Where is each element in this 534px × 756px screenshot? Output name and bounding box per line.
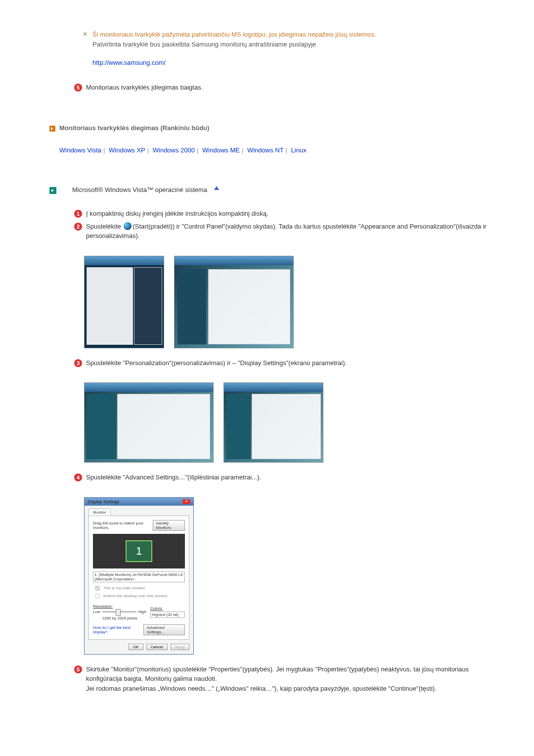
apply-button: Apply: [171, 644, 189, 650]
monitor-arrangement-area[interactable]: 1: [93, 534, 185, 568]
step2-text: Spustelėkite (Start(pradėti)) ir "Contro…: [86, 222, 494, 241]
os-links-row: Windows Vista| Windows XP| Windows 2000|…: [49, 146, 494, 154]
main-monitor-checkbox: [95, 586, 100, 591]
res-high-label: High: [138, 610, 146, 614]
res-low-label: Low: [93, 610, 100, 614]
os-link-vista[interactable]: Windows Vista: [59, 146, 101, 154]
vista-step-5: 5 Skirtuke "Monitor"(monitorius) spustel…: [49, 664, 494, 694]
os-link-linux[interactable]: Linux: [291, 146, 307, 154]
resolution-label: Resolution:: [93, 604, 146, 609]
os-link-me[interactable]: Windows ME: [202, 146, 240, 154]
personalization-screenshot-2: [223, 382, 323, 463]
note-mark-icon: ✕: [82, 30, 89, 38]
step-number-icon: 3: [74, 359, 82, 367]
start-menu-screenshot: [84, 256, 164, 348]
dialog-title: Display Settings: [88, 499, 120, 504]
warning-line1: Ši monitoriaus tvarkyklė pažymėta patvir…: [92, 30, 376, 40]
driver-warning-block: ✕ Ši monitoriaus tvarkyklė pažymėta patv…: [49, 30, 494, 68]
vista-step-3: 3 Spustelėkite "Personalization"(persona…: [49, 358, 494, 368]
start-orb-icon: [124, 222, 132, 230]
step-number-icon: 4: [74, 473, 82, 481]
step-number-icon: 5: [74, 84, 82, 92]
warning-line2: Patvirtinta tvarkyklė bus paskelbta Sams…: [92, 40, 376, 49]
close-icon[interactable]: ✕: [182, 499, 190, 504]
control-panel-screenshot: [174, 256, 294, 348]
colors-label: Colors:: [150, 606, 185, 611]
advanced-settings-button[interactable]: Advanced Settings...: [143, 624, 185, 635]
drag-text: Drag the icons to match your monitors.: [93, 521, 153, 530]
step1-text: Į kompaktinių diskų įrenginį įdėkite ins…: [86, 209, 494, 219]
step3-text: Spustelėkite "Personalization"(personali…: [86, 358, 494, 368]
resolution-slider[interactable]: [102, 611, 136, 613]
subsection-bullet-icon: [49, 187, 56, 194]
best-display-link[interactable]: How do I get the best display?: [93, 625, 143, 634]
step4-text: Spustelėkite "Advanced Settings…"(išplės…: [86, 472, 494, 482]
warning-text-container: Ši monitoriaus tvarkyklė pažymėta patvir…: [92, 30, 376, 68]
monitor-tab[interactable]: Monitor: [89, 509, 111, 516]
document-page: ✕ Ši monitoriaus tvarkyklė pažymėta patv…: [0, 0, 534, 738]
cancel-button[interactable]: Cancel: [146, 644, 168, 650]
step-number-icon: 2: [74, 223, 82, 231]
section-bullet-icon: [49, 126, 55, 132]
step-number-icon: 5: [74, 665, 82, 673]
resolution-value: 1280 by 1024 pixels: [93, 616, 146, 620]
vista-step-4: 4 Spustelėkite "Advanced Settings…"(išpl…: [49, 472, 494, 482]
os-link-xp[interactable]: Windows XP: [109, 146, 145, 154]
monitor-select[interactable]: 1. (Multiple Monitors) on NVIDIA GeForce…: [93, 571, 185, 582]
step5-top-text: Monitoriaus tvarkyklės įdiegimas baigtas…: [86, 83, 494, 93]
screenshot-row-2: [84, 382, 494, 463]
os-link-nt[interactable]: Windows NT: [247, 146, 284, 154]
manual-install-heading: Monitoriaus tvarkyklės diegimas (Rankini…: [59, 124, 209, 132]
vista-heading: Microsoft® Windows Vista™ operacinė sist…: [72, 186, 207, 193]
top-step5: 5 Monitoriaus tvarkyklės įdiegimas baigt…: [49, 83, 494, 93]
step-number-icon: 1: [74, 210, 82, 218]
screenshot-row-1: [84, 256, 494, 348]
identify-monitors-button[interactable]: Identify Monitors: [153, 520, 185, 531]
vista-section-heading-row: Microsoft® Windows Vista™ operacinė sist…: [49, 186, 494, 194]
monitor-1-icon[interactable]: 1: [126, 540, 152, 562]
colors-select[interactable]: Highest (32 bit): [150, 612, 185, 618]
step5-text: Skirtuke "Monitor"(monitorius) spustelėk…: [86, 664, 494, 694]
collapse-up-icon[interactable]: [214, 186, 219, 190]
ok-button[interactable]: OK: [129, 644, 143, 650]
manual-install-heading-row: Monitoriaus tvarkyklės diegimas (Rankini…: [49, 124, 494, 132]
vista-steps-1-2: 1 Į kompaktinių diskų įrenginį įdėkite i…: [49, 209, 494, 241]
samsung-link[interactable]: http://www.samsung.com/: [92, 59, 166, 66]
display-settings-dialog: Display Settings ✕ Monitor Drag the icon…: [84, 497, 194, 655]
personalization-screenshot-1: [84, 382, 214, 463]
os-link-2000[interactable]: Windows 2000: [153, 146, 195, 154]
extend-desktop-checkbox: [95, 594, 100, 599]
